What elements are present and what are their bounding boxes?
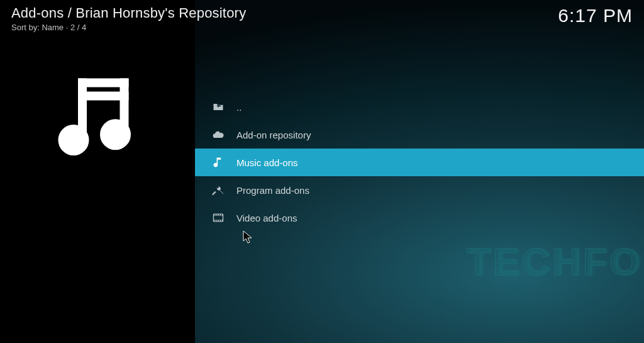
breadcrumb: Add-ons / Brian Hornsby's Repository [11, 5, 246, 21]
sidebar [0, 0, 195, 343]
list-item-parent-dir[interactable]: .. [195, 93, 644, 121]
list-item-label: Program add-ons [236, 185, 309, 196]
mouse-cursor-icon [243, 230, 253, 244]
list-item-label: Add-on repository [236, 130, 311, 140]
svg-rect-15 [219, 220, 220, 222]
music-note-icon [211, 156, 225, 169]
svg-rect-11 [219, 215, 220, 216]
svg-rect-16 [221, 220, 222, 222]
watermark-text: TECHFOLLOWS [467, 239, 644, 284]
sort-prefix: Sort by: [11, 23, 42, 32]
list-item-music-addons[interactable]: Music add-ons [195, 149, 644, 176]
sort-separator: · [64, 23, 70, 32]
tools-icon [211, 184, 225, 196]
parent-dir-icon [211, 101, 225, 113]
list-item-label: Music add-ons [236, 157, 298, 168]
list-position: 2 / 4 [70, 23, 86, 32]
svg-rect-9 [214, 215, 216, 216]
selected-item-large-icon [0, 63, 195, 173]
list-item-addon-repository[interactable]: Add-on repository [195, 121, 644, 149]
svg-point-4 [58, 125, 89, 155]
list-item-label: Video add-ons [236, 213, 297, 223]
svg-rect-10 [217, 215, 218, 216]
svg-rect-2 [78, 79, 87, 134]
list-item-program-addons[interactable]: Program add-ons [195, 176, 644, 204]
sort-value: Name [42, 23, 64, 32]
list-item-video-addons[interactable]: Video add-ons [195, 204, 644, 232]
header: Add-ons / Brian Hornsby's Repository Sor… [0, 0, 644, 32]
film-icon [211, 211, 225, 224]
category-list: .. Add-on repository Music add-ons [195, 93, 644, 232]
clock: 6:17 PM [558, 5, 633, 26]
cloud-icon [211, 128, 225, 141]
svg-rect-13 [214, 220, 216, 222]
svg-rect-12 [221, 215, 222, 216]
sort-indicator[interactable]: Sort by: Name · 2 / 4 [11, 23, 246, 32]
svg-point-5 [100, 119, 131, 150]
svg-rect-14 [217, 220, 218, 222]
main-panel: .. Add-on repository Music add-ons [195, 0, 644, 343]
list-item-label: .. [236, 102, 242, 113]
